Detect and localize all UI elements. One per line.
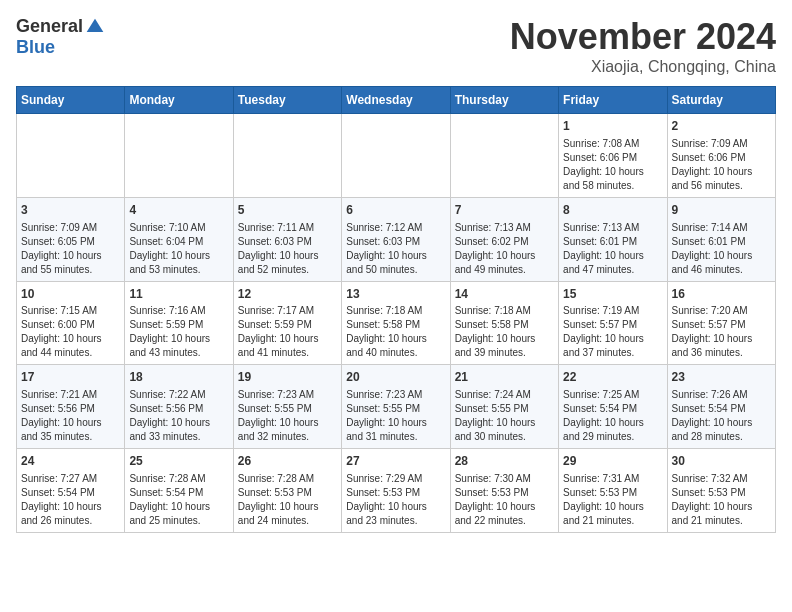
calendar-cell: 18Sunrise: 7:22 AM Sunset: 5:56 PM Dayli…: [125, 365, 233, 449]
day-number: 12: [238, 286, 337, 303]
day-info: Sunrise: 7:18 AM Sunset: 5:58 PM Dayligh…: [455, 304, 554, 360]
day-number: 5: [238, 202, 337, 219]
calendar-table: SundayMondayTuesdayWednesdayThursdayFrid…: [16, 86, 776, 533]
calendar-header-thursday: Thursday: [450, 87, 558, 114]
title-block: November 2024 Xiaojia, Chongqing, China: [510, 16, 776, 76]
day-info: Sunrise: 7:28 AM Sunset: 5:54 PM Dayligh…: [129, 472, 228, 528]
day-info: Sunrise: 7:27 AM Sunset: 5:54 PM Dayligh…: [21, 472, 120, 528]
logo-blue-text: Blue: [16, 37, 55, 57]
calendar-week-row: 10Sunrise: 7:15 AM Sunset: 6:00 PM Dayli…: [17, 281, 776, 365]
calendar-cell: [17, 114, 125, 198]
calendar-cell: [450, 114, 558, 198]
day-number: 18: [129, 369, 228, 386]
svg-marker-0: [87, 18, 104, 31]
calendar-cell: 15Sunrise: 7:19 AM Sunset: 5:57 PM Dayli…: [559, 281, 667, 365]
day-info: Sunrise: 7:17 AM Sunset: 5:59 PM Dayligh…: [238, 304, 337, 360]
day-number: 4: [129, 202, 228, 219]
calendar-cell: 11Sunrise: 7:16 AM Sunset: 5:59 PM Dayli…: [125, 281, 233, 365]
day-number: 20: [346, 369, 445, 386]
calendar-cell: 26Sunrise: 7:28 AM Sunset: 5:53 PM Dayli…: [233, 449, 341, 533]
day-number: 28: [455, 453, 554, 470]
day-number: 24: [21, 453, 120, 470]
logo-general-text: General: [16, 16, 83, 37]
day-number: 2: [672, 118, 771, 135]
day-info: Sunrise: 7:18 AM Sunset: 5:58 PM Dayligh…: [346, 304, 445, 360]
calendar-cell: 25Sunrise: 7:28 AM Sunset: 5:54 PM Dayli…: [125, 449, 233, 533]
calendar-header-saturday: Saturday: [667, 87, 775, 114]
day-number: 19: [238, 369, 337, 386]
calendar-cell: 3Sunrise: 7:09 AM Sunset: 6:05 PM Daylig…: [17, 197, 125, 281]
calendar-cell: [125, 114, 233, 198]
calendar-cell: 9Sunrise: 7:14 AM Sunset: 6:01 PM Daylig…: [667, 197, 775, 281]
day-info: Sunrise: 7:19 AM Sunset: 5:57 PM Dayligh…: [563, 304, 662, 360]
logo-icon: [85, 17, 105, 37]
day-info: Sunrise: 7:11 AM Sunset: 6:03 PM Dayligh…: [238, 221, 337, 277]
calendar-cell: 22Sunrise: 7:25 AM Sunset: 5:54 PM Dayli…: [559, 365, 667, 449]
calendar-cell: 6Sunrise: 7:12 AM Sunset: 6:03 PM Daylig…: [342, 197, 450, 281]
calendar-cell: 30Sunrise: 7:32 AM Sunset: 5:53 PM Dayli…: [667, 449, 775, 533]
day-info: Sunrise: 7:16 AM Sunset: 5:59 PM Dayligh…: [129, 304, 228, 360]
calendar-cell: 5Sunrise: 7:11 AM Sunset: 6:03 PM Daylig…: [233, 197, 341, 281]
calendar-cell: 20Sunrise: 7:23 AM Sunset: 5:55 PM Dayli…: [342, 365, 450, 449]
calendar-header-tuesday: Tuesday: [233, 87, 341, 114]
calendar-cell: [233, 114, 341, 198]
day-info: Sunrise: 7:24 AM Sunset: 5:55 PM Dayligh…: [455, 388, 554, 444]
day-number: 14: [455, 286, 554, 303]
calendar-cell: 23Sunrise: 7:26 AM Sunset: 5:54 PM Dayli…: [667, 365, 775, 449]
calendar-week-row: 24Sunrise: 7:27 AM Sunset: 5:54 PM Dayli…: [17, 449, 776, 533]
day-info: Sunrise: 7:14 AM Sunset: 6:01 PM Dayligh…: [672, 221, 771, 277]
calendar-cell: 24Sunrise: 7:27 AM Sunset: 5:54 PM Dayli…: [17, 449, 125, 533]
day-info: Sunrise: 7:12 AM Sunset: 6:03 PM Dayligh…: [346, 221, 445, 277]
day-number: 21: [455, 369, 554, 386]
day-number: 22: [563, 369, 662, 386]
day-number: 3: [21, 202, 120, 219]
calendar-cell: 19Sunrise: 7:23 AM Sunset: 5:55 PM Dayli…: [233, 365, 341, 449]
calendar-week-row: 3Sunrise: 7:09 AM Sunset: 6:05 PM Daylig…: [17, 197, 776, 281]
calendar-cell: 4Sunrise: 7:10 AM Sunset: 6:04 PM Daylig…: [125, 197, 233, 281]
day-number: 15: [563, 286, 662, 303]
day-info: Sunrise: 7:09 AM Sunset: 6:06 PM Dayligh…: [672, 137, 771, 193]
day-info: Sunrise: 7:31 AM Sunset: 5:53 PM Dayligh…: [563, 472, 662, 528]
day-info: Sunrise: 7:15 AM Sunset: 6:00 PM Dayligh…: [21, 304, 120, 360]
calendar-cell: 2Sunrise: 7:09 AM Sunset: 6:06 PM Daylig…: [667, 114, 775, 198]
page-header: General Blue November 2024 Xiaojia, Chon…: [16, 16, 776, 76]
day-info: Sunrise: 7:25 AM Sunset: 5:54 PM Dayligh…: [563, 388, 662, 444]
day-number: 9: [672, 202, 771, 219]
day-number: 13: [346, 286, 445, 303]
day-number: 25: [129, 453, 228, 470]
calendar-cell: 21Sunrise: 7:24 AM Sunset: 5:55 PM Dayli…: [450, 365, 558, 449]
day-number: 23: [672, 369, 771, 386]
calendar-cell: 8Sunrise: 7:13 AM Sunset: 6:01 PM Daylig…: [559, 197, 667, 281]
calendar-cell: 1Sunrise: 7:08 AM Sunset: 6:06 PM Daylig…: [559, 114, 667, 198]
day-info: Sunrise: 7:08 AM Sunset: 6:06 PM Dayligh…: [563, 137, 662, 193]
day-info: Sunrise: 7:10 AM Sunset: 6:04 PM Dayligh…: [129, 221, 228, 277]
month-title: November 2024: [510, 16, 776, 58]
day-info: Sunrise: 7:13 AM Sunset: 6:01 PM Dayligh…: [563, 221, 662, 277]
day-info: Sunrise: 7:20 AM Sunset: 5:57 PM Dayligh…: [672, 304, 771, 360]
day-info: Sunrise: 7:23 AM Sunset: 5:55 PM Dayligh…: [346, 388, 445, 444]
calendar-cell: 14Sunrise: 7:18 AM Sunset: 5:58 PM Dayli…: [450, 281, 558, 365]
day-number: 1: [563, 118, 662, 135]
day-number: 29: [563, 453, 662, 470]
calendar-cell: 10Sunrise: 7:15 AM Sunset: 6:00 PM Dayli…: [17, 281, 125, 365]
day-number: 11: [129, 286, 228, 303]
calendar-header-monday: Monday: [125, 87, 233, 114]
day-info: Sunrise: 7:22 AM Sunset: 5:56 PM Dayligh…: [129, 388, 228, 444]
day-info: Sunrise: 7:32 AM Sunset: 5:53 PM Dayligh…: [672, 472, 771, 528]
calendar-header-sunday: Sunday: [17, 87, 125, 114]
calendar-cell: 27Sunrise: 7:29 AM Sunset: 5:53 PM Dayli…: [342, 449, 450, 533]
calendar-cell: 12Sunrise: 7:17 AM Sunset: 5:59 PM Dayli…: [233, 281, 341, 365]
day-info: Sunrise: 7:26 AM Sunset: 5:54 PM Dayligh…: [672, 388, 771, 444]
calendar-week-row: 17Sunrise: 7:21 AM Sunset: 5:56 PM Dayli…: [17, 365, 776, 449]
calendar-header-friday: Friday: [559, 87, 667, 114]
logo: General Blue: [16, 16, 105, 58]
day-info: Sunrise: 7:30 AM Sunset: 5:53 PM Dayligh…: [455, 472, 554, 528]
day-info: Sunrise: 7:21 AM Sunset: 5:56 PM Dayligh…: [21, 388, 120, 444]
day-info: Sunrise: 7:23 AM Sunset: 5:55 PM Dayligh…: [238, 388, 337, 444]
calendar-cell: 17Sunrise: 7:21 AM Sunset: 5:56 PM Dayli…: [17, 365, 125, 449]
calendar-header-wednesday: Wednesday: [342, 87, 450, 114]
day-number: 17: [21, 369, 120, 386]
day-number: 26: [238, 453, 337, 470]
day-info: Sunrise: 7:09 AM Sunset: 6:05 PM Dayligh…: [21, 221, 120, 277]
day-number: 16: [672, 286, 771, 303]
